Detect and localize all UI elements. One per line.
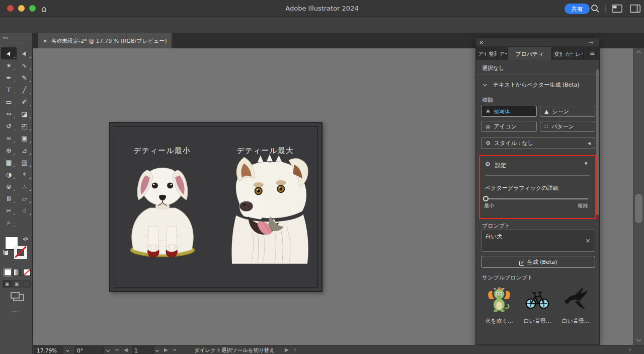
tool-selection[interactable]: ➤ — [1, 47, 17, 59]
tool-zoom[interactable]: ⌕ — [1, 217, 17, 229]
vertical-scrollbar[interactable] — [633, 48, 644, 345]
type-scene-button[interactable]: ▲ シーン — [540, 106, 595, 117]
scroll-down-icon[interactable] — [636, 337, 641, 342]
panel-toggle-icon[interactable] — [630, 5, 640, 13]
tool-column-graph[interactable]: Ⅲ — [1, 192, 17, 204]
artboard-number-field[interactable]: 1 — [132, 346, 154, 354]
swap-fill-stroke-icon[interactable]: ⇆ — [22, 235, 30, 243]
zoom-chevron-icon[interactable] — [66, 348, 69, 352]
panel-scrollbar-thumb[interactable] — [596, 69, 599, 215]
settings-label[interactable]: 設定 — [495, 162, 506, 169]
rotation-chevron-icon[interactable] — [106, 348, 110, 352]
status-bar: 17.79% 0° ⇤ ◀ 1 ▶ ⇥ ダイレクト選択ツールを切り替え ▶ ‹ … — [33, 345, 644, 354]
tab-properties[interactable]: プロパティ — [508, 47, 552, 60]
previous-artboard-icon[interactable]: ◀ — [124, 347, 128, 352]
scroll-up-icon[interactable] — [636, 51, 641, 56]
toolbar-drag-handle[interactable]: ∷∷∷∷∷ — [0, 41, 32, 45]
search-icon[interactable] — [591, 4, 600, 13]
last-artboard-icon[interactable]: ⇥ — [172, 347, 176, 352]
tab-transform[interactable]: 変形 — [552, 47, 562, 60]
tool-slice[interactable]: ✂ — [1, 204, 17, 217]
settings-caret-icon[interactable]: ▾ — [585, 160, 588, 167]
draw-behind-button[interactable]: ▣ — [12, 280, 21, 288]
settings-gear-icon[interactable]: ⚙ — [485, 161, 491, 168]
tool-perspective-grid[interactable]: ⊿ — [17, 144, 32, 156]
tool-shaper[interactable]: ∾ — [1, 108, 17, 120]
sample-prompt-bicycle[interactable]: 白い背景... — [519, 286, 555, 325]
bottom-right-expand-icon[interactable]: › — [629, 346, 631, 353]
workspace-layout-icon[interactable] — [612, 5, 622, 13]
first-artboard-icon[interactable]: ⇤ — [116, 347, 120, 352]
detail-slider-handle[interactable] — [483, 196, 489, 201]
tool-rectangle[interactable]: ▭ — [1, 96, 17, 108]
zoom-level-field[interactable]: 17.79% — [34, 346, 63, 354]
tab-align[interactable]: 整列 — [487, 47, 497, 60]
tool-paintbrush[interactable]: ✐ — [17, 96, 32, 108]
type-icon-button[interactable]: ◎ アイコン — [481, 121, 537, 132]
panel-close-icon[interactable]: × — [479, 39, 484, 46]
tool-symbol-sprayer[interactable]: ∴ — [17, 180, 32, 192]
status-expand-icon[interactable]: ▶ — [285, 347, 289, 352]
tool-artboard[interactable]: ▱ — [17, 192, 32, 204]
tool-eraser[interactable]: ◪ — [17, 108, 32, 120]
type-pattern-button[interactable]: ∷ パターン — [540, 121, 595, 132]
change-screen-mode-icon[interactable] — [13, 294, 24, 301]
tool-eyedropper[interactable]: ⌖ — [17, 168, 32, 180]
panel-collapse-icon[interactable]: «« — [589, 40, 593, 45]
artboard-chevron-icon[interactable] — [155, 348, 159, 352]
sample-prompt-bird[interactable]: 白い背景... — [557, 286, 594, 325]
default-fill-stroke-icon[interactable] — [3, 250, 8, 254]
generate-button[interactable]: ↗生成 (Beta) — [481, 256, 595, 268]
stroke-color-control[interactable] — [14, 246, 27, 259]
tool-blend[interactable]: ◑ — [1, 168, 17, 180]
gradient-mode-button[interactable] — [14, 269, 21, 276]
tool-hand[interactable]: ☝ — [17, 204, 32, 217]
color-mode-button[interactable] — [4, 269, 12, 276]
tab-color[interactable]: カラ — [562, 47, 573, 60]
prompt-clear-icon[interactable]: × — [585, 237, 591, 244]
tool-curvature[interactable]: ✎ — [17, 72, 32, 84]
tool-free-transform[interactable]: ▣ — [17, 132, 32, 144]
tool-line-segment[interactable]: ╱ — [17, 84, 32, 96]
tool-rotate[interactable]: ↺ — [1, 120, 17, 132]
panel-scrollbar[interactable] — [596, 60, 599, 344]
tool-lasso[interactable]: ∿ — [17, 59, 32, 72]
text-to-vector-section-title[interactable]: テキストからベクター生成 (Beta) — [493, 81, 580, 89]
next-artboard-icon[interactable]: ▶ — [164, 347, 168, 352]
status-collapse-icon[interactable]: ‹ — [294, 346, 296, 353]
section-disclosure-icon[interactable] — [483, 82, 487, 86]
tool-symbol[interactable]: ⊚ — [1, 180, 17, 192]
toolbar-collapse-icon[interactable]: «« — [3, 35, 8, 40]
style-picker-button[interactable]: ⚙ スタイル : なし ◀ — [481, 137, 595, 149]
tool-gradient[interactable]: ▥ — [17, 156, 32, 168]
tab-layers[interactable]: レイ — [573, 47, 584, 60]
panel-menu-icon[interactable]: ≡ — [590, 47, 599, 60]
tool-width[interactable]: ≈ — [1, 132, 17, 144]
tool-magic-wand[interactable]: ✶ — [1, 59, 17, 72]
pen-tool-icon: ✒ — [6, 74, 12, 82]
share-button[interactable]: 共有 — [565, 4, 590, 14]
sample-prompt-dragon[interactable]: 火を吹く... — [481, 286, 517, 325]
dog-artwork-max-detail[interactable] — [222, 149, 318, 264]
tab-artboards[interactable]: アー — [497, 47, 508, 60]
tab-asset-export[interactable]: アセ — [476, 47, 487, 60]
prompt-input[interactable]: 白い犬 × — [481, 230, 595, 252]
edit-toolbar-ellipsis[interactable]: … — [12, 306, 19, 314]
tool-mesh[interactable]: ▦ — [1, 156, 17, 168]
tool-scale[interactable]: ◰ — [17, 120, 32, 132]
dog-artwork-min-detail[interactable] — [124, 157, 201, 259]
tab-close-icon[interactable]: × — [43, 38, 47, 44]
detail-slider-track[interactable] — [486, 198, 588, 199]
rotation-field[interactable]: 0° — [74, 346, 104, 354]
draw-normal-button[interactable]: ▣ — [3, 280, 12, 288]
tool-type[interactable]: T — [1, 84, 17, 96]
none-mode-button[interactable] — [23, 269, 31, 276]
tool-pen[interactable]: ✒ — [1, 72, 17, 84]
document-tab[interactable]: × 名称未設定-2* @ 17.79 % (RGB/プレビュー) — [38, 33, 172, 48]
artboard[interactable]: デティール最小 デティール最大 — [109, 122, 323, 292]
tool-shape-builder[interactable]: ⊕ — [1, 144, 17, 156]
draw-inside-button[interactable]: ◌ — [22, 280, 31, 288]
tool-direct-selection[interactable]: ➤ — [17, 47, 32, 59]
type-subject-button[interactable]: ✳ 被写体 — [481, 106, 537, 117]
vertical-scrollbar-thumb[interactable] — [635, 194, 642, 223]
